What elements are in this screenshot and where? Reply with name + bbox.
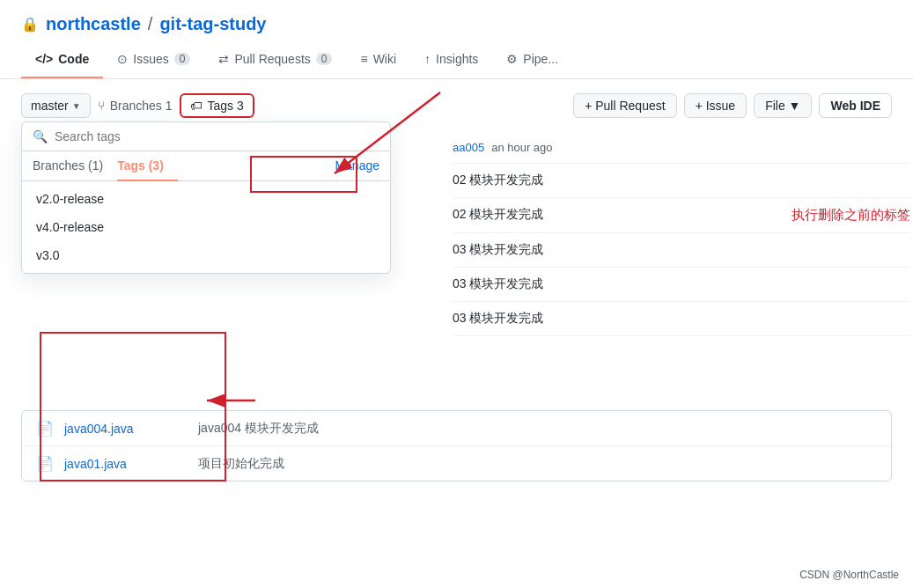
tab-issues-label: Issues: [133, 52, 168, 66]
annotation-comment: 执行删除之前的标签: [792, 207, 910, 224]
branch-icon: ⑂: [98, 99, 105, 113]
repo-nav: </> Code ⊙ Issues 0 ⇄ Pull Requests 0 ≡ …: [21, 45, 892, 78]
commit-msg-5: 03 模块开发完成: [453, 311, 543, 325]
issue-button[interactable]: + Issue: [684, 93, 747, 118]
separator: /: [148, 14, 153, 34]
file-list: 📄 java004.java java004 模块开发完成 📄 java01.j…: [21, 410, 892, 481]
commit-row-4: 03 模块开发完成: [453, 268, 910, 302]
file-button[interactable]: File ▼: [754, 93, 812, 118]
wiki-icon: ≡: [360, 52, 367, 66]
repo-name[interactable]: git-tag-study: [159, 14, 266, 34]
tab-issues[interactable]: ⊙ Issues 0: [103, 45, 204, 78]
search-icon: 🔍: [33, 129, 48, 143]
commit-time-0: an hour ago: [491, 141, 552, 154]
tag-name-v3: v3.0: [36, 248, 59, 262]
file-commit-0: java004 模块开发完成: [198, 421, 877, 437]
tag-icon: 🏷: [190, 99, 202, 113]
file-icon-1: 📄: [36, 455, 54, 472]
pr-badge: 0: [316, 53, 333, 65]
commit-msg-3: 03 模块开发完成: [453, 242, 543, 256]
tab-pull-requests[interactable]: ⇄ Pull Requests 0: [204, 45, 346, 78]
issues-badge: 0: [174, 53, 191, 65]
pull-request-button[interactable]: + Pull Request: [573, 93, 676, 118]
branch-label: master: [31, 99, 69, 113]
dropdown-tab-branches[interactable]: Branches (1): [33, 151, 117, 181]
commit-row-1: 02 模块开发完成: [453, 164, 910, 198]
repo-owner[interactable]: northcastle: [46, 14, 141, 34]
branch-selector[interactable]: master ▼: [21, 93, 91, 118]
issues-icon: ⊙: [117, 52, 128, 66]
pr-icon: ⇄: [218, 52, 229, 66]
lock-icon: 🔒: [21, 16, 39, 33]
dropdown-items: v2.0-release v4.0-release v3.0: [22, 181, 390, 273]
tab-pipe[interactable]: ⚙ Pipe...: [492, 45, 572, 78]
dropdown-tab-branches-label: Branches (1): [33, 158, 103, 173]
tab-pipe-label: Pipe...: [523, 52, 558, 66]
page-wrapper: 🔒 northcastle / git-tag-study </> Code ⊙…: [0, 0, 913, 588]
dropdown-panel: 🔍 Branches (1) Tags (3) Manage: [21, 121, 391, 274]
commit-ref-0: aa005: [453, 141, 484, 154]
branches-button[interactable]: ⑂ Branches 1: [98, 99, 173, 113]
tag-item-v2[interactable]: v2.0-release: [22, 185, 390, 213]
commit-msg-1: 02 模块开发完成: [453, 173, 543, 188]
tags-button[interactable]: 🏷 Tags 3: [180, 93, 254, 118]
commit-msg-4: 03 模块开发完成: [453, 276, 543, 290]
pipe-icon: ⚙: [506, 52, 518, 66]
dropdown-tab-tags-label: Tags (3): [117, 158, 164, 173]
commit-row-3: 03 模块开发完成: [453, 233, 910, 268]
commit-row-0: aa005 an hour ago: [453, 132, 910, 164]
repo-header: 🔒 northcastle / git-tag-study </> Code ⊙…: [0, 0, 913, 79]
file-row-0: 📄 java004.java java004 模块开发完成: [22, 411, 891, 446]
dropdown-tab-manage[interactable]: Manage: [335, 151, 379, 180]
insights-icon: ↑: [424, 52, 431, 66]
toolbar-right: + Pull Request + Issue File ▼ Web IDE: [573, 93, 892, 118]
tab-code-label: Code: [58, 52, 89, 66]
tag-name-v2: v2.0-release: [36, 192, 104, 206]
tag-name-v4: v4.0-release: [36, 220, 104, 234]
file-icon-0: 📄: [36, 420, 54, 437]
file-row-1: 📄 java01.java 项目初始化完成: [22, 446, 891, 481]
dropdown-tab-manage-label: Manage: [335, 158, 379, 173]
tab-insights[interactable]: ↑ Insights: [410, 45, 492, 78]
file-name-1[interactable]: java01.java: [64, 457, 188, 471]
tag-item-v3[interactable]: v3.0: [22, 241, 390, 269]
branches-label: Branches 1: [110, 99, 173, 113]
web-ide-button[interactable]: Web IDE: [819, 93, 892, 118]
commit-row-2: 02 模块开发完成 执行删除之前的标签: [453, 198, 910, 233]
dropdown-tabs: Branches (1) Tags (3) Manage: [22, 151, 390, 181]
commit-row-5: 03 模块开发完成: [453, 302, 910, 336]
repo-title: 🔒 northcastle / git-tag-study: [21, 14, 892, 34]
commit-msg-2: 02 模块开发完成: [453, 207, 543, 224]
dropdown-tab-tags[interactable]: Tags (3): [117, 151, 178, 181]
file-name-0[interactable]: java004.java: [64, 422, 188, 436]
tag-item-v4[interactable]: v4.0-release: [22, 213, 390, 241]
tab-insights-label: Insights: [436, 52, 478, 66]
tab-wiki[interactable]: ≡ Wiki: [346, 45, 410, 78]
tags-label: Tags 3: [208, 99, 244, 113]
branch-dropdown-wrapper: master ▼ 🔍 Branches (1) Tags (3): [21, 93, 91, 118]
watermark: CSDN @NorthCastle: [799, 569, 899, 581]
tab-code[interactable]: </> Code: [21, 45, 103, 78]
toolbar: master ▼ 🔍 Branches (1) Tags (3): [21, 93, 892, 118]
tab-wiki-label: Wiki: [373, 52, 396, 66]
code-icon: </>: [35, 52, 53, 66]
branch-caret-icon: ▼: [72, 101, 81, 111]
file-commit-1: 项目初始化完成: [198, 456, 877, 472]
commit-area: aa005 an hour ago 02 模块开发完成 02 模块开发完成 执行…: [453, 132, 910, 336]
main-content: master ▼ 🔍 Branches (1) Tags (3): [0, 79, 913, 496]
search-input[interactable]: [55, 129, 379, 143]
tab-pr-label: Pull Requests: [234, 52, 310, 66]
dropdown-search: 🔍: [22, 122, 390, 151]
